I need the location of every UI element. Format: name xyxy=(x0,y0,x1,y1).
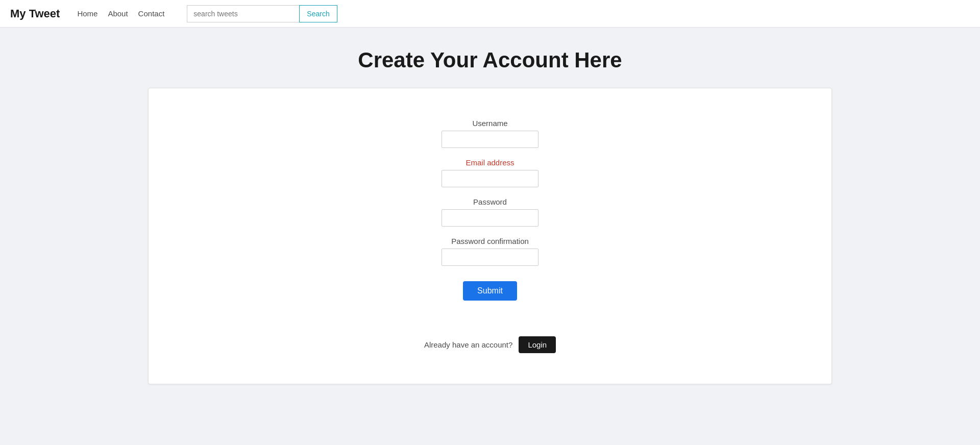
password-group: Password xyxy=(159,197,821,227)
nav-link-about[interactable]: About xyxy=(108,9,128,18)
search-input[interactable] xyxy=(187,5,299,22)
password-confirmation-label: Password confirmation xyxy=(451,237,529,245)
page-title: Create Your Account Here xyxy=(358,48,622,72)
password-confirmation-group: Password confirmation xyxy=(159,237,821,266)
email-input[interactable] xyxy=(442,170,538,187)
login-section: Already have an account? Login xyxy=(424,336,556,353)
navbar: My Tweet Home About Contact Search xyxy=(0,0,980,28)
registration-card: Username Email address Password Password… xyxy=(148,88,832,384)
password-input[interactable] xyxy=(442,209,538,227)
login-prompt-text: Already have an account? xyxy=(424,340,512,349)
search-container: Search xyxy=(187,5,337,22)
username-input[interactable] xyxy=(442,131,538,148)
submit-button[interactable]: Submit xyxy=(463,281,517,301)
navbar-nav: Home About Contact xyxy=(77,9,164,18)
password-confirmation-input[interactable] xyxy=(442,249,538,266)
username-group: Username xyxy=(159,119,821,148)
nav-link-contact[interactable]: Contact xyxy=(138,9,165,18)
login-button[interactable]: Login xyxy=(519,336,556,353)
main-content: Create Your Account Here Username Email … xyxy=(0,28,980,405)
password-label: Password xyxy=(473,197,507,206)
email-label: Email address xyxy=(465,158,514,167)
search-button[interactable]: Search xyxy=(299,5,337,22)
navbar-brand[interactable]: My Tweet xyxy=(10,7,60,20)
email-group: Email address xyxy=(159,158,821,187)
nav-link-home[interactable]: Home xyxy=(77,9,97,18)
username-label: Username xyxy=(472,119,507,128)
